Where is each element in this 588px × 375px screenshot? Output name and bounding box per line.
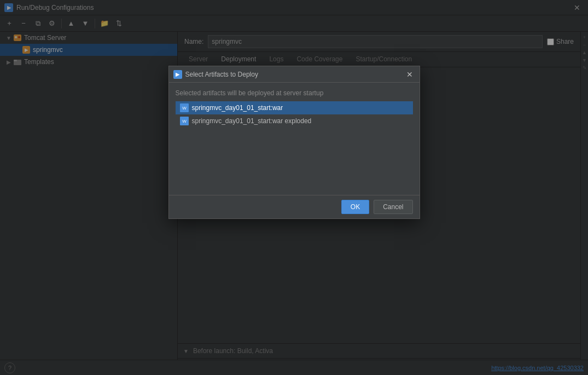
artifact-item-war-exploded[interactable]: W springmvc_day01_01_start:war exploded <box>176 114 413 128</box>
modal-overlay: ▶ Select Artifacts to Deploy ✕ Selected … <box>0 0 588 375</box>
artifact-war-exploded-label: springmvc_day01_01_start:war exploded <box>192 117 312 125</box>
artifact-war-icon: W <box>180 103 189 112</box>
modal-body: Selected artifacts will be deployed at s… <box>169 83 420 195</box>
ok-button[interactable]: OK <box>341 200 369 214</box>
cancel-button[interactable]: Cancel <box>374 200 412 214</box>
artifact-war-exploded-icon: W <box>180 117 189 125</box>
modal-footer: OK Cancel <box>169 195 420 218</box>
modal-title-text: Select Artifacts to Deploy <box>185 71 401 78</box>
artifact-war-label: springmvc_day01_01_start:war <box>192 104 283 112</box>
svg-text:W: W <box>182 106 187 111</box>
artifact-item-war[interactable]: W springmvc_day01_01_start:war <box>176 101 413 114</box>
select-artifacts-modal: ▶ Select Artifacts to Deploy ✕ Selected … <box>168 66 420 219</box>
svg-text:W: W <box>182 119 187 124</box>
modal-title-icon: ▶ <box>173 70 182 79</box>
modal-description: Selected artifacts will be deployed at s… <box>176 89 413 97</box>
modal-close-button[interactable]: ✕ <box>404 69 415 80</box>
modal-titlebar: ▶ Select Artifacts to Deploy ✕ <box>169 66 420 83</box>
